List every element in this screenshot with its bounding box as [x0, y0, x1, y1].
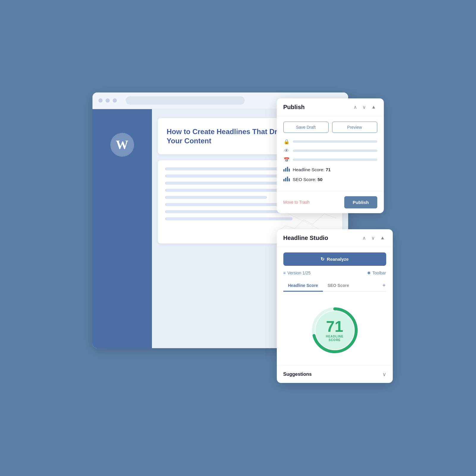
bars-icon: [283, 166, 290, 172]
toolbar-label[interactable]: ✱ Toolbar: [367, 271, 386, 275]
bar4: [289, 178, 290, 181]
publish-panel-actions: Save Draft Preview: [283, 122, 377, 133]
reanalyze-label: Reanalyze: [327, 257, 348, 262]
headline-panel-up-btn[interactable]: ∧: [361, 235, 367, 241]
bar2: [285, 178, 286, 181]
tabs-row: Headline Score SEO Score ✦: [283, 280, 386, 292]
publish-panel-title: Publish: [283, 104, 305, 111]
move-to-trash-button[interactable]: Move to Trash: [283, 200, 310, 205]
headline-panel-down-btn[interactable]: ∨: [370, 235, 376, 241]
suggestions-row[interactable]: Suggestions ∨: [277, 365, 393, 383]
bar3: [287, 177, 288, 181]
headline-panel-controls: ∧ ∨ ▲: [361, 235, 386, 241]
editor-line: [165, 217, 293, 220]
meta-row-visibility: 👁: [283, 148, 377, 153]
score-circle-container: 71 HEADLINESCORE: [283, 298, 386, 360]
gear-icon: ✱: [367, 271, 371, 275]
browser-dot-red: [98, 98, 103, 103]
browser-address-bar: [126, 96, 245, 105]
suggestions-title: Suggestions: [283, 372, 312, 377]
publish-panel-footer: Move to Trash Publish: [277, 191, 384, 213]
editor-line: [165, 182, 293, 185]
calendar-icon: 📅: [283, 157, 290, 163]
version-label: ≡ Version 1/25: [283, 271, 311, 275]
version-row: ≡ Version 1/25 ✱ Toolbar: [283, 271, 386, 275]
reanalyze-icon: ↻: [321, 256, 324, 262]
seo-score-label: SEO Score:: [293, 177, 316, 182]
headline-score-row: Headline Score: 71: [283, 166, 377, 173]
bar4: [289, 169, 290, 172]
meta-row-status: 🔒: [283, 139, 377, 144]
wp-logo: W: [110, 133, 134, 157]
chevron-down-icon: ∨: [382, 371, 386, 378]
sparkle-icon: ✦: [382, 282, 386, 289]
headline-score-text: Headline Score: 71: [293, 167, 331, 172]
headline-score-value: 71: [326, 167, 331, 172]
wp-sidebar: W: [92, 109, 152, 348]
seo-score-text: SEO Score: 50: [293, 177, 323, 182]
headline-bars-icon: [283, 166, 290, 173]
scene: W How to Create Headlines That Drive Tra…: [75, 75, 402, 402]
meta-bar-date: [293, 158, 377, 161]
preview-button[interactable]: Preview: [332, 122, 377, 133]
seo-bars-icon: [283, 176, 290, 183]
version-text: Version 1/25: [288, 271, 311, 275]
publish-button[interactable]: Publish: [344, 196, 377, 208]
headline-panel-title: Headline Studio: [283, 235, 328, 241]
seo-score-row: SEO Score: 50: [283, 176, 377, 183]
save-draft-button[interactable]: Save Draft: [283, 122, 329, 133]
bar2: [285, 168, 286, 172]
bar1: [283, 179, 285, 181]
seo-bars: [283, 176, 290, 181]
tab-headline-score[interactable]: Headline Score: [283, 280, 323, 292]
headline-studio-panel: Headline Studio ∧ ∨ ▲ ↻ Reanalyze ≡ Vers…: [277, 229, 393, 383]
headline-score-label: Headline Score:: [293, 167, 325, 172]
reanalyze-button[interactable]: ↻ Reanalyze: [283, 252, 386, 266]
wp-logo-letter: W: [116, 139, 128, 151]
score-number: 71: [326, 319, 343, 334]
publish-panel-down-btn[interactable]: ∨: [361, 104, 367, 111]
publish-panel-header: Publish ∧ ∨ ▲: [277, 98, 384, 116]
bar1: [283, 169, 285, 172]
editor-line: [165, 196, 267, 199]
meta-row-date: 📅: [283, 157, 377, 163]
headline-panel-header: Headline Studio ∧ ∨ ▲: [277, 229, 393, 247]
headline-panel-collapse-btn[interactable]: ▲: [379, 235, 386, 241]
seo-score-value: 50: [318, 177, 323, 182]
meta-bar-status: [293, 140, 377, 143]
tab-seo-score[interactable]: SEO Score: [323, 280, 354, 292]
score-label: HEADLINESCORE: [326, 335, 343, 342]
meta-bar-visibility: [293, 150, 377, 152]
layers-icon: ≡: [283, 271, 286, 275]
score-circle: 71 HEADLINESCORE: [311, 307, 359, 354]
headline-panel-body: ↻ Reanalyze ≡ Version 1/25 ✱ Toolbar Hea…: [277, 247, 393, 365]
bar3: [287, 167, 288, 172]
lock-icon: 🔒: [283, 139, 290, 144]
browser-dot-yellow: [106, 98, 110, 103]
publish-panel-collapse-btn[interactable]: ▲: [370, 104, 377, 110]
publish-panel-body: Save Draft Preview 🔒 👁 📅: [277, 116, 384, 191]
score-circle-inner: 71 HEADLINESCORE: [315, 311, 354, 350]
browser-dot-green: [113, 98, 117, 103]
publish-panel-controls: ∧ ∨ ▲: [352, 104, 377, 111]
eye-icon: 👁: [283, 148, 290, 153]
publish-panel-up-btn[interactable]: ∧: [352, 104, 358, 111]
publish-panel: Publish ∧ ∨ ▲ Save Draft Preview 🔒 👁 📅: [277, 98, 384, 213]
toolbar-text: Toolbar: [373, 271, 386, 275]
